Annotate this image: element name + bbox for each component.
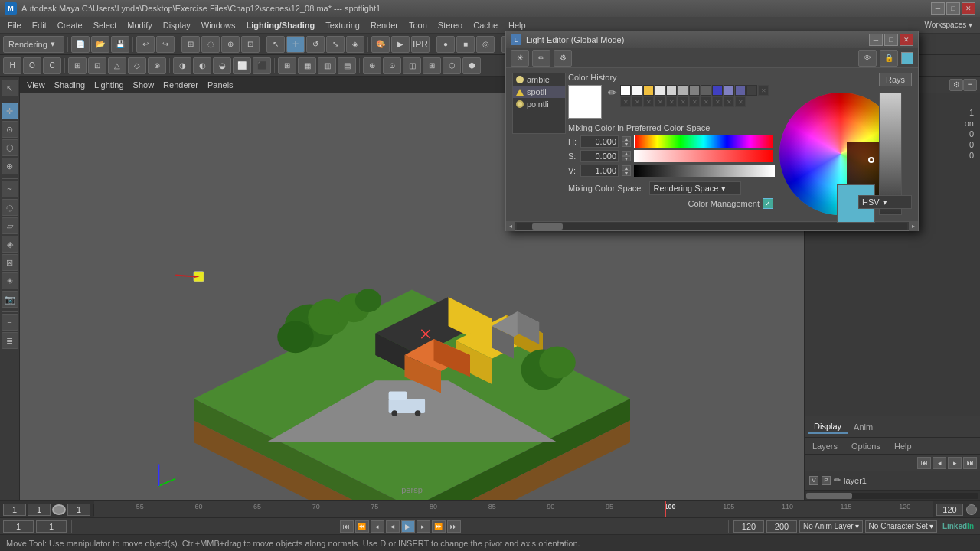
tb2-c1[interactable]: ⊕ xyxy=(363,57,381,74)
v-input[interactable]: 1.000 xyxy=(580,165,619,177)
pb-play-back[interactable]: ◄ xyxy=(386,520,400,533)
tb2-render4[interactable]: ⬜ xyxy=(233,57,251,74)
frame-start-input[interactable] xyxy=(3,504,26,516)
v-bar-container[interactable] xyxy=(634,165,773,177)
anim-layer-dropdown[interactable]: No Anim Layer▾ xyxy=(799,520,863,533)
le-close-btn[interactable]: ✕ xyxy=(900,34,913,46)
pb-next-key[interactable]: ▸ xyxy=(416,520,430,533)
tb2-c4[interactable]: ⊞ xyxy=(423,57,441,74)
swatch-x-3[interactable]: ✕ xyxy=(643,96,654,107)
tb-scale[interactable]: ⤡ xyxy=(326,36,345,53)
light-item-point[interactable]: pointli xyxy=(513,98,565,110)
tb2-view4[interactable]: ▤ xyxy=(338,57,356,74)
tb-rotate[interactable]: ↺ xyxy=(306,36,325,53)
cm-checkbox[interactable]: ✓ xyxy=(763,198,773,209)
timeline[interactable]: 55 60 65 70 75 80 85 90 95 100 105 110 1… xyxy=(0,500,980,517)
tb-render-mode[interactable]: 🎨 xyxy=(371,36,390,53)
swatch-7[interactable] xyxy=(701,85,711,96)
light-item-ambient[interactable]: ambie xyxy=(513,73,565,86)
layer-name[interactable]: layer1 xyxy=(844,476,867,485)
le-lock-btn[interactable]: 🔒 xyxy=(880,50,898,67)
h-bar-container[interactable] xyxy=(634,135,773,148)
light-item-spot[interactable]: spotli xyxy=(513,86,565,98)
h-spin-down[interactable]: ▼ xyxy=(622,142,631,147)
vp-menu-show[interactable]: Show xyxy=(129,79,158,91)
vp-menu-shading[interactable]: Shading xyxy=(51,79,89,91)
tab-layers[interactable]: Layers xyxy=(808,441,842,452)
swatch-11[interactable] xyxy=(746,85,757,96)
tb2-snap2[interactable]: ⊡ xyxy=(88,57,106,74)
rnav-skip-end[interactable]: ⏭ xyxy=(963,457,977,469)
swatch-8[interactable] xyxy=(712,85,723,96)
tb-snap-curve[interactable]: ◌ xyxy=(201,36,220,53)
tb2-snap5[interactable]: ⊗ xyxy=(148,57,166,74)
tool-camera[interactable]: 📷 xyxy=(2,291,18,308)
menu-display[interactable]: Display xyxy=(158,19,195,31)
layer-p-check[interactable]: P xyxy=(822,476,831,485)
tool-deform[interactable]: ⊠ xyxy=(2,254,18,271)
le-scrollbar-track[interactable] xyxy=(517,223,907,230)
swatch-x-6[interactable]: ✕ xyxy=(678,96,688,107)
swatch-x-7[interactable]: ✕ xyxy=(689,96,700,107)
swatch-0[interactable] xyxy=(620,85,631,96)
rays-button[interactable]: Rays xyxy=(879,73,912,86)
tb2-render5[interactable]: ⬛ xyxy=(253,57,271,74)
tb-torus[interactable]: ◎ xyxy=(476,36,495,53)
swatch-9[interactable] xyxy=(724,85,734,96)
tool-cv[interactable]: ◌ xyxy=(2,199,18,216)
tb2-snap3[interactable]: △ xyxy=(108,57,126,74)
swatch-x-2[interactable]: ✕ xyxy=(632,96,642,107)
tb2-render1[interactable]: ◑ xyxy=(173,57,191,74)
tb2-c6[interactable]: ⬢ xyxy=(462,57,481,74)
le-scrollbar-thumb[interactable] xyxy=(532,223,563,230)
tool-sculpt[interactable]: ⊕ xyxy=(2,158,18,174)
tb-last-tool[interactable]: ◈ xyxy=(346,36,364,53)
timeline-ruler[interactable]: 55 60 65 70 75 80 85 90 95 100 105 110 1… xyxy=(94,501,933,517)
swatch-x-9[interactable]: ✕ xyxy=(712,96,723,107)
vp-menu-view[interactable]: View xyxy=(23,79,49,91)
swatch-3[interactable] xyxy=(655,85,665,96)
rp-scrollbar-track[interactable] xyxy=(806,493,978,499)
tb-undo[interactable]: ↩ xyxy=(136,36,155,53)
tb-snap-point[interactable]: ⊕ xyxy=(221,36,240,53)
rnav-prev[interactable]: ◂ xyxy=(933,457,946,469)
menu-select[interactable]: Select xyxy=(89,19,122,31)
workspace-label[interactable]: Workspaces ▾ xyxy=(920,19,977,31)
tb-new[interactable]: 📄 xyxy=(71,36,90,53)
tab-display[interactable]: Display xyxy=(808,420,848,434)
tb2-view2[interactable]: ▦ xyxy=(298,57,316,74)
pb-frame4[interactable] xyxy=(766,520,797,533)
le-scroll-right-btn[interactable]: ▸ xyxy=(909,222,918,231)
swatch-x-8[interactable]: ✕ xyxy=(701,96,711,107)
le-color-swatch[interactable] xyxy=(901,52,913,64)
le-view-btn[interactable]: 👁 xyxy=(858,50,877,67)
tb2-c3[interactable]: ◫ xyxy=(403,57,421,74)
vp-menu-panels[interactable]: Panels xyxy=(204,79,237,91)
le-pencil-btn[interactable]: ✏ xyxy=(532,50,550,67)
tb2-c5[interactable]: ⬡ xyxy=(443,57,461,74)
tb2-render3[interactable]: ◒ xyxy=(213,57,231,74)
menu-file[interactable]: File xyxy=(3,19,26,31)
char-set-dropdown[interactable]: No Character Set▾ xyxy=(865,520,937,533)
current-color-swatch[interactable] xyxy=(568,85,602,119)
tb-snap-view[interactable]: ⊡ xyxy=(241,36,260,53)
eyedropper-btn[interactable]: ✏ xyxy=(606,85,619,100)
layer-v-check[interactable]: V xyxy=(809,476,818,485)
tb-hardware-render[interactable]: ▶ xyxy=(391,36,410,53)
frame-end-input[interactable] xyxy=(936,504,963,516)
h-input[interactable]: 0.000 xyxy=(580,135,619,148)
menu-modify[interactable]: Modify xyxy=(122,19,156,31)
pb-prev-key[interactable]: ◂ xyxy=(371,520,384,533)
close-button[interactable]: ✕ xyxy=(962,2,975,15)
titlebar-controls[interactable]: ─ □ ✕ xyxy=(931,2,975,15)
hsv-dropdown[interactable]: HSV ▾ xyxy=(858,195,912,209)
frame-current-input[interactable] xyxy=(28,504,51,516)
menu-render[interactable]: Render xyxy=(366,19,403,31)
pb-step-fwd[interactable]: ⏩ xyxy=(432,520,446,533)
menu-stereo[interactable]: Stereo xyxy=(433,19,467,31)
menu-windows[interactable]: Windows xyxy=(197,19,240,31)
tb-sphere[interactable]: ● xyxy=(436,36,455,53)
tb2-snap4[interactable]: ◇ xyxy=(128,57,146,74)
rnav-skip-start[interactable]: ⏮ xyxy=(917,457,931,469)
rp-toggle-btn[interactable]: ≡ xyxy=(963,79,977,91)
